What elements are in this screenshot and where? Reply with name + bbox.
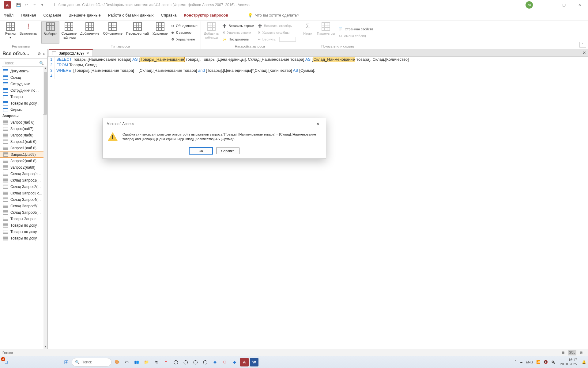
help-button[interactable]: Справка [216, 148, 239, 154]
tab-external[interactable]: Внешние данные [69, 11, 101, 19]
nav-table-item[interactable]: Сотрудники [0, 81, 47, 87]
design-view-button[interactable]: ⊞ [577, 350, 586, 355]
store-icon[interactable]: 🛍 [152, 358, 160, 366]
collapse-ribbon-button[interactable]: ˄ [579, 42, 586, 48]
nav-query-item[interactable]: Склад Запрос2(... [0, 183, 47, 190]
nav-query-item[interactable]: Товары по доку... [0, 228, 47, 235]
run-button[interactable]: !Выполнить [18, 21, 39, 44]
nav-table-item[interactable]: Сотрудники по ... [0, 87, 47, 94]
nav-query-item[interactable]: Склад Запрос4(... [0, 196, 47, 203]
chevron-down-icon[interactable]: ⊙ [38, 52, 41, 56]
clock[interactable]: 16:1720.01.2025 [560, 358, 577, 366]
widgets-icon[interactable]: ◻4 [2, 358, 10, 366]
nav-query-item[interactable]: Запрос1(ла69) [0, 151, 47, 158]
nav-query-item[interactable]: Запрос(лаб7) [0, 125, 47, 132]
nav-table-item[interactable]: Фирмы [0, 106, 47, 113]
tab-db[interactable]: Работа с базами данных [108, 11, 154, 19]
word-icon[interactable]: W [250, 358, 258, 366]
minimize-button[interactable]: — [541, 0, 555, 10]
union-button[interactable]: ⊘Объединение [169, 22, 199, 29]
teams-icon[interactable]: 👥 [132, 358, 141, 366]
save-icon[interactable]: 💾 [15, 1, 22, 9]
ddl-button[interactable]: ⚙Управление [169, 36, 199, 43]
shutter-icon[interactable]: « [43, 52, 45, 56]
nav-table-item[interactable]: Товары [0, 94, 47, 100]
tab-home[interactable]: Главная [21, 11, 36, 19]
nav-table-item[interactable]: Склад [0, 74, 47, 81]
undo-icon[interactable]: ↶ [23, 1, 30, 9]
taskview-icon[interactable]: ▭ [123, 358, 131, 366]
yandex-icon[interactable]: Y [162, 358, 170, 366]
select-query-button[interactable]: Выборка [41, 21, 59, 44]
redo-icon[interactable]: ↷ [31, 1, 38, 9]
dialog-close-button[interactable]: ✕ [314, 121, 322, 127]
scroll-thumb[interactable] [44, 72, 47, 115]
app-icon-1[interactable]: ◯ [172, 358, 180, 366]
nav-query-item[interactable]: Товары по доку... [0, 222, 47, 228]
user-avatar[interactable]: оо [526, 1, 533, 9]
nav-table-item[interactable]: Товары по доку... [0, 100, 47, 106]
nav-query-item[interactable]: Запрос2(ла69) [0, 164, 47, 171]
access-icon[interactable]: A [240, 358, 249, 366]
chrome-icon[interactable]: ◯ [201, 358, 209, 366]
nav-query-item[interactable]: Запрос1(лаб 6) [0, 138, 47, 145]
tab-query-designer[interactable]: Конструктор запросов [184, 11, 228, 19]
nav-query-item[interactable]: Товары Запрос [0, 216, 47, 222]
close-tab-icon[interactable]: ✕ [86, 51, 89, 56]
nav-query-item[interactable]: Склад Запрос5(... [0, 203, 47, 209]
sql-view-button[interactable]: SQL [568, 350, 576, 355]
tab-file[interactable]: Файл [4, 11, 13, 19]
nav-table-item[interactable]: Документы [0, 68, 47, 74]
nav-scrollbar[interactable]: ▲ ▼ [43, 66, 47, 349]
ok-button[interactable]: ОК [189, 148, 213, 154]
app-icon-2[interactable]: ◯ [181, 358, 190, 366]
nav-query-item[interactable]: Склад Запрос1(... [0, 177, 47, 183]
network-icon[interactable]: 📶 [536, 360, 541, 364]
app-icon-5[interactable]: ◆ [230, 358, 239, 366]
append-button[interactable]: Добавление [78, 21, 101, 44]
tab-help[interactable]: Справка [161, 11, 177, 19]
tab-create[interactable]: Создание [43, 11, 61, 19]
scroll-down-icon[interactable]: ▼ [43, 344, 47, 349]
nav-query-item[interactable]: Запрос(лаб 6) [0, 119, 47, 125]
document-tab[interactable]: Запрос2(ла69) ✕ [49, 49, 93, 56]
propsheet-button[interactable]: 📄Страница свойств [337, 26, 375, 33]
qat-more-icon[interactable]: ▾ [39, 1, 46, 9]
battery-icon[interactable]: 🔌 [551, 360, 555, 364]
maximize-button[interactable]: ▢ [557, 0, 571, 10]
explorer-icon[interactable]: 📁 [142, 358, 151, 366]
tell-me-search[interactable]: 💡 Что вы хотите сделать? [248, 13, 299, 17]
nav-query-item[interactable]: Склад Запрос6(... [0, 209, 47, 216]
onedrive-icon[interactable]: ☁ [519, 360, 523, 364]
taskbar-search[interactable]: 🔍Поиск [72, 358, 111, 366]
opera-icon[interactable]: O [221, 358, 229, 366]
delete-query-button[interactable]: Удаление [151, 21, 170, 44]
app-icon-3[interactable]: ◯ [191, 358, 200, 366]
close-editor-icon[interactable]: ✕ [582, 50, 586, 55]
nav-query-item[interactable]: Склад Запрос(л... [0, 171, 47, 177]
tray-chevron-icon[interactable]: ˄ [514, 360, 516, 364]
nav-search[interactable]: Поиск...🔍 [2, 60, 45, 67]
start-button[interactable]: ⊞ [62, 358, 70, 366]
nav-query-item[interactable]: Склад Запрос3 с... [0, 190, 47, 196]
insert-rows-button[interactable]: ➕Вставить строки [221, 22, 256, 29]
crosstab-button[interactable]: Перекрестный [124, 21, 151, 44]
datasheet-view-button[interactable]: ▦ [559, 350, 567, 355]
sql-editor[interactable]: 1SELECT Товары.[Наименование товара] AS … [47, 56, 588, 349]
language-indicator[interactable]: ENG [526, 360, 533, 364]
nav-query-item[interactable]: Запрос(лаб8) [0, 132, 47, 138]
builder-button[interactable]: ✨Построитель [221, 36, 256, 43]
view-button[interactable]: Режим▾ [3, 21, 18, 44]
close-button[interactable]: ✕ [573, 0, 587, 10]
nav-category-queries[interactable]: Запросы˄ [0, 113, 47, 119]
nav-header[interactable]: Все объе... ⊙« [0, 49, 47, 59]
passthrough-button[interactable]: ⊕К серверу [169, 29, 199, 36]
nav-query-item[interactable]: Запрос2(лаб 8) [0, 158, 47, 164]
maketable-button[interactable]: Создание таблицы [59, 21, 78, 44]
copilot-icon[interactable]: 🎨 [113, 358, 121, 366]
nav-query-item[interactable]: Товары по доку... [0, 235, 47, 241]
update-button[interactable]: Обновление [101, 21, 124, 44]
scroll-up-icon[interactable]: ▲ [43, 66, 47, 71]
nav-query-item[interactable]: Запрос1(лаб 8) [0, 145, 47, 151]
notifications-icon[interactable]: 🔔 [582, 360, 586, 364]
